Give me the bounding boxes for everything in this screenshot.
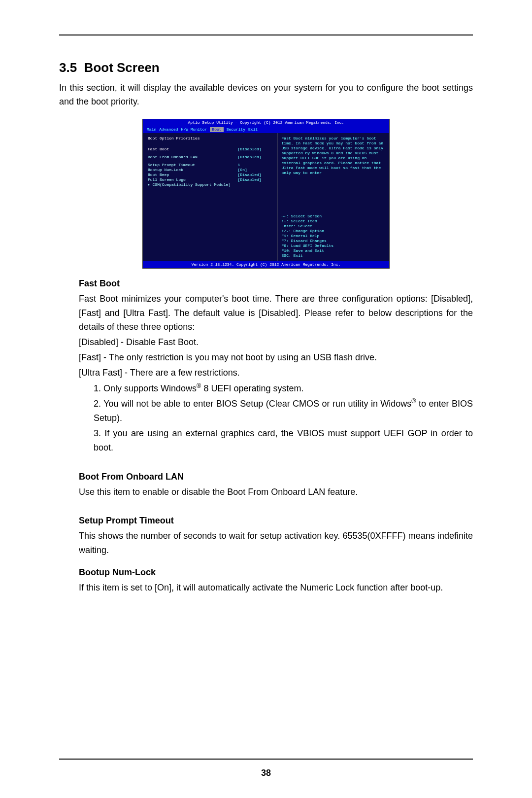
page-number: 38 (0, 768, 532, 778)
section-name: Boot Screen (84, 60, 160, 75)
bios-item-label: Bootup Num-Lock (148, 168, 238, 173)
bios-menu-exit: Exit (248, 127, 258, 132)
bios-nav-line: ↑↓: Select Item (282, 219, 385, 224)
bios-left-header: Boot Option Priorities (148, 136, 272, 141)
section-number: 3.5 (59, 60, 77, 75)
paragraph: [Ultra Fast] - There are a few restricti… (79, 366, 473, 380)
bios-nav-line: ESC: Exit (282, 253, 385, 258)
bios-nav-line: +/-: Change Option (282, 229, 385, 234)
entry-body: This shows the number of seconds to wait… (79, 529, 473, 557)
bios-title: Aptio Setup Utility – Copyright (C) 2012… (143, 119, 389, 126)
page: 3.5 Boot Screen In this section, it will… (0, 0, 532, 798)
bios-item: Boot Beep [Disabled] (148, 173, 272, 177)
entry-title: Bootup Num-Lock (79, 567, 473, 578)
bios-menu-boot: Boot (210, 127, 223, 132)
paragraph: Use this item to enable or disable the B… (79, 485, 473, 499)
bios-footer: Version 2.15.1234. Copyright (C) 2012 Am… (143, 261, 389, 268)
bios-item: Fast Boot [Disabled] (148, 147, 272, 152)
bios-item-label: Boot Beep (148, 173, 238, 177)
bios-item: ▸ CSM(Compatibility Support Module) (148, 182, 272, 187)
restriction-list: 1. Only supports Windows® 8 UEFI operati… (94, 381, 473, 455)
list-item: 3. If you are using an external graphics… (94, 426, 473, 455)
entry-body: Use this item to enable or disable the B… (79, 485, 473, 499)
bios-item-value: [Disabled] (238, 177, 272, 182)
bios-nav-line: F10: Save and Exit (282, 248, 385, 253)
bios-menu: Main Advanced H/W Monitor Boot Security … (143, 126, 389, 133)
entry-prompt-timeout: Setup Prompt Timeout This shows the numb… (59, 516, 473, 557)
top-rule (59, 35, 473, 35)
bios-item: Bootup Num-Lock [On] (148, 168, 272, 173)
entry-onboard-lan: Boot From Onboard LAN Use this item to e… (59, 472, 473, 499)
reg-mark: ® (197, 382, 201, 389)
entry-numlock: Bootup Num-Lock If this item is set to [… (59, 567, 473, 595)
bios-item: Boot From Onboard LAN [Disabled] (148, 155, 272, 160)
entry-fast-boot: Fast Boot Fast Boot minimizes your compu… (59, 278, 473, 455)
bios-item-value: [Disabled] (238, 155, 272, 160)
bios-nav-line: F7: Discard Changes (282, 239, 385, 243)
bios-item: Setup Prompt Timeout 1 (148, 163, 272, 168)
list-item: 2. You will not be able to enter BIOS Se… (94, 396, 473, 425)
bios-item-label: Full Screen Logo (148, 177, 238, 182)
bottom-rule (59, 759, 473, 760)
paragraph: This shows the number of seconds to wait… (79, 529, 473, 557)
section-title: 3.5 Boot Screen (59, 60, 473, 75)
bios-menu-hwmonitor: H/W Monitor (181, 127, 207, 132)
bios-item-label: Boot From Onboard LAN (148, 155, 238, 160)
bios-item-label: Fast Boot (148, 147, 238, 152)
paragraph: If this item is set to [On], it will aut… (79, 581, 473, 595)
entry-body: Fast Boot minimizes your computer's boot… (79, 292, 473, 455)
paragraph: [Disabled] - Disable Fast Boot. (79, 335, 473, 349)
bios-menu-security: Security (227, 127, 245, 132)
bios-help-text: Fast Boot minimizes your computer's boot… (282, 136, 385, 175)
bios-menu-advanced: Advanced (159, 127, 178, 132)
bios-nav-line: Enter: Select (282, 224, 385, 229)
paragraph: [Fast] - The only restriction is you may… (79, 350, 473, 365)
bios-item-value (238, 182, 272, 187)
paragraph: Fast Boot minimizes your computer's boot… (79, 292, 473, 334)
entry-title: Boot From Onboard LAN (79, 472, 473, 482)
intro-paragraph: In this section, it will display the ava… (59, 81, 473, 109)
bios-left-pane: Boot Option Priorities Fast Boot [Disabl… (143, 133, 277, 261)
bios-menu-main: Main (147, 127, 156, 132)
bios-nav-help: →←: Select Screen ↑↓: Select Item Enter:… (282, 214, 385, 258)
bios-item-value: [Disabled] (238, 147, 272, 152)
list-item: 1. Only supports Windows® 8 UEFI operati… (94, 381, 473, 396)
bios-nav-line: F1: General Help (282, 234, 385, 239)
bios-item-value: [Disabled] (238, 173, 272, 177)
bios-right-pane: Fast Boot minimizes your computer's boot… (277, 133, 389, 261)
bios-nav-line: F9: Load UEFI Defaults (282, 243, 385, 248)
bios-nav-line: →←: Select Screen (282, 214, 385, 219)
bios-item-label: Setup Prompt Timeout (148, 163, 238, 168)
bios-body: Boot Option Priorities Fast Boot [Disabl… (143, 133, 389, 261)
bios-item-label: ▸ CSM(Compatibility Support Module) (148, 182, 238, 187)
reg-mark: ® (411, 398, 416, 405)
entry-title: Setup Prompt Timeout (79, 516, 473, 526)
bios-item-value: 1 (238, 163, 272, 168)
bios-item: Full Screen Logo [Disabled] (148, 177, 272, 182)
entry-title: Fast Boot (79, 278, 473, 289)
bios-screenshot: Aptio Setup Utility – Copyright (C) 2012… (142, 119, 390, 269)
entry-body: If this item is set to [On], it will aut… (79, 581, 473, 595)
bios-item-value: [On] (238, 168, 272, 173)
